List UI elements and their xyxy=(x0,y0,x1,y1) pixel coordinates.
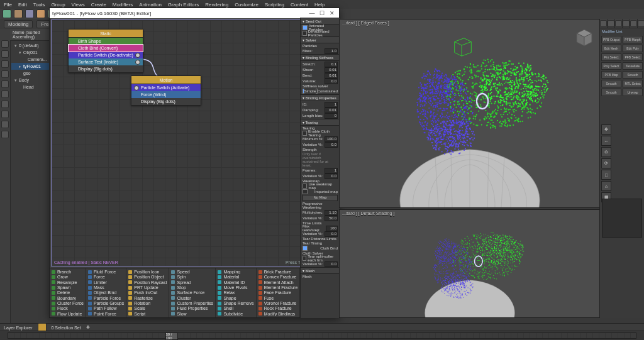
modifier-stack-box[interactable] xyxy=(602,199,642,238)
modifier-button[interactable]: Edit Poly xyxy=(623,45,643,52)
time-slider-track[interactable]: 30 / 100 xyxy=(8,332,636,339)
spinner-input[interactable]: 1 xyxy=(325,102,338,107)
operator-row[interactable]: Particle Switch (Activate) xyxy=(131,84,201,91)
scene-filter-button[interactable] xyxy=(1,80,9,88)
command-tab[interactable] xyxy=(600,19,608,28)
viewport-top-label[interactable]: ...dard ] [ Edged Faces ] xyxy=(342,21,389,25)
modifier-button[interactable]: Unwrap xyxy=(623,89,643,96)
scene-filter-button[interactable] xyxy=(1,90,9,98)
tyflow-event-node[interactable]: MotionParticle Switch (Activate)Force (W… xyxy=(131,75,201,106)
modifier-buttons[interactable]: PFB OutputPFB MorphEdit MeshEdit PolyPro… xyxy=(600,35,644,97)
palette-operator[interactable]: Surface Force xyxy=(171,290,213,295)
menu-group[interactable]: Group xyxy=(51,2,65,8)
spinner-input[interactable]: 0.1 xyxy=(325,62,338,67)
palette-operator[interactable]: Element Fracture xyxy=(258,285,298,290)
scene-filter-button[interactable] xyxy=(1,111,9,118)
palette-operator[interactable]: Shape xyxy=(218,296,253,300)
viewport-bottom-label[interactable]: ...dard ] [ Default Shading ] xyxy=(342,211,394,216)
subobject-button[interactable]: ⟳ xyxy=(601,158,611,168)
map-button[interactable]: No Map xyxy=(303,195,338,201)
palette-operator[interactable]: Scale xyxy=(128,306,167,310)
command-tab[interactable] xyxy=(608,19,615,28)
spinner-input[interactable]: 0.0 xyxy=(325,261,338,267)
palette-operator[interactable]: Face Fracture xyxy=(258,290,298,295)
tyflow-operator-palette[interactable]: BranchGrowResampleSpawnDeleteBoundaryClu… xyxy=(50,268,339,317)
modifier-button[interactable]: Smooth xyxy=(601,89,621,96)
palette-operator[interactable]: Limiter xyxy=(88,280,124,285)
palette-operator[interactable]: Shape Remove xyxy=(218,301,253,305)
modifier-button[interactable]: Edit Mesh xyxy=(601,45,621,52)
spinner-input[interactable]: 0.0 xyxy=(325,142,338,148)
tyflow-event-node[interactable]: StaticBirth ShapeCloth Bind (Convert)Par… xyxy=(68,29,143,73)
minimize-button[interactable]: — xyxy=(308,9,316,17)
command-tab[interactable] xyxy=(630,19,638,28)
rollout-header[interactable]: ▾ Binding Properties xyxy=(301,94,340,101)
check-option[interactable]: Tear split-softer each frm xyxy=(303,256,338,261)
scene-filter-button[interactable] xyxy=(1,131,9,138)
operator-row[interactable]: Birth Shape xyxy=(69,38,143,45)
toolbar-button[interactable] xyxy=(3,9,11,18)
maximize-button[interactable]: ☐ xyxy=(318,9,326,17)
modifier-list-dropdown[interactable]: Modifier List xyxy=(600,28,644,35)
modifier-button[interactable]: PFB Morph xyxy=(623,36,643,43)
subobject-button[interactable]: □ xyxy=(601,170,611,180)
palette-operator[interactable]: Relax xyxy=(218,290,253,295)
spinner-input[interactable]: 1.10 xyxy=(325,210,338,216)
palette-operator[interactable]: Spawn xyxy=(52,285,84,290)
palette-operator[interactable]: Branch xyxy=(52,270,84,274)
palette-operator[interactable]: Spin xyxy=(171,275,213,279)
palette-operator[interactable]: Rock Fracture xyxy=(258,306,298,310)
menu-customize[interactable]: Customize xyxy=(235,2,258,8)
check-option[interactable]: Imported map xyxy=(303,189,338,194)
command-tab[interactable] xyxy=(638,19,644,28)
command-tab[interactable] xyxy=(615,19,623,28)
palette-operator[interactable]: Script xyxy=(128,312,167,316)
palette-operator[interactable]: Stop xyxy=(171,285,213,290)
palette-operator[interactable]: Resample xyxy=(52,280,84,285)
scene-filter-button[interactable] xyxy=(1,101,9,108)
menu-edit[interactable]: Edit xyxy=(18,2,27,8)
menu-content[interactable]: Content xyxy=(291,2,308,8)
palette-operator[interactable]: Particle Groups xyxy=(88,301,124,305)
transform-type-in-strip[interactable]: ✥↔⊙⟳□⌂▦ xyxy=(601,124,611,202)
palette-operator[interactable]: Rasterize xyxy=(128,296,167,300)
tyflow-titlebar[interactable]: tyFlow001 - [tyFlow v0.16030 (BETA) Edit… xyxy=(50,8,339,18)
palette-operator[interactable]: Cluster xyxy=(171,296,213,300)
palette-operator[interactable]: Position Raycast xyxy=(128,280,167,285)
palette-operator[interactable]: Position Object xyxy=(128,275,167,279)
scene-explorer-toolbar[interactable] xyxy=(0,29,11,336)
palette-operator[interactable]: Point Force xyxy=(88,312,124,316)
menu-scripting[interactable]: Scripting xyxy=(265,2,284,8)
operator-row[interactable]: Surface Test (Inside) xyxy=(69,58,143,65)
event-header[interactable]: Static xyxy=(69,30,143,38)
menu-help[interactable]: Help xyxy=(314,2,325,8)
subobject-button[interactable]: ⌂ xyxy=(601,181,611,191)
spinner-input[interactable]: 0.01 xyxy=(325,73,338,79)
menu-modifiers[interactable]: Modifiers xyxy=(113,2,133,8)
operator-row[interactable]: Display (Big dots) xyxy=(131,98,201,105)
spinner-input[interactable]: 1.0 xyxy=(325,48,338,54)
tyflow-operator-rollouts[interactable]: ▾ Send OutActivated ParticlesDe-activate… xyxy=(300,18,340,318)
transform-gizmo-icon[interactable]: ✥ xyxy=(86,325,90,330)
menu-file[interactable]: File xyxy=(4,2,12,8)
rollout-header[interactable]: ▾ Mesh xyxy=(301,267,340,274)
scene-filter-button[interactable] xyxy=(1,121,9,128)
time-slider[interactable]: 30 / 100 xyxy=(0,331,644,340)
palette-operator[interactable]: Subdivide xyxy=(218,312,253,316)
modifier-button[interactable]: PFB Map xyxy=(601,71,621,79)
toolbar-button[interactable] xyxy=(14,9,23,18)
palette-operator[interactable]: Voronoi Fracture xyxy=(258,301,298,305)
menu-views[interactable]: Views xyxy=(72,2,85,8)
menu-graph-editors[interactable]: Graph Editors xyxy=(168,2,199,8)
command-tab[interactable] xyxy=(623,19,630,28)
palette-operator[interactable]: Brick Fracture xyxy=(258,270,298,274)
spinner-input[interactable]: 100 xyxy=(326,226,338,231)
palette-operator[interactable]: Element Attach xyxy=(258,280,298,285)
palette-operator[interactable]: Grow xyxy=(52,275,84,279)
palette-operator[interactable]: Mapping xyxy=(218,270,253,274)
spinner-input[interactable]: 0.01 xyxy=(325,107,338,113)
palette-operator[interactable]: Spread xyxy=(171,280,213,285)
palette-operator[interactable]: Position Icon xyxy=(128,270,167,274)
tyflow-editor-window[interactable]: tyFlow001 - [tyFlow v0.16030 (BETA) Edit… xyxy=(49,8,340,318)
palette-operator[interactable]: Path Follow xyxy=(88,306,124,310)
